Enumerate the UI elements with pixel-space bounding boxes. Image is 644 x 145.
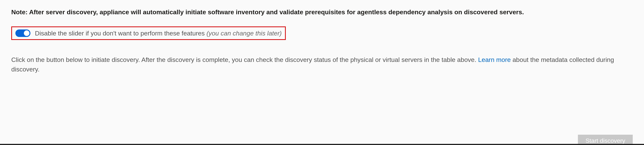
start-discovery-button[interactable]: Start discovery xyxy=(578,135,633,145)
bottom-border xyxy=(0,144,644,145)
toggle-label: Disable the slider if you don't want to … xyxy=(35,29,282,37)
body-pre-text: Click on the button below to initiate di… xyxy=(11,56,478,63)
toggle-knob-icon xyxy=(24,30,30,36)
learn-more-link[interactable]: Learn more xyxy=(478,56,511,63)
toggle-label-hint: (you can change this later) xyxy=(206,30,282,37)
note-text: Note: After server discovery, appliance … xyxy=(11,7,633,17)
toggle-row-highlight: Disable the slider if you don't want to … xyxy=(11,26,286,40)
discovery-instructions: Click on the button below to initiate di… xyxy=(11,55,633,74)
toggle-label-text: Disable the slider if you don't want to … xyxy=(35,30,206,37)
features-toggle[interactable] xyxy=(16,29,30,37)
button-bar: Start discovery xyxy=(578,135,633,145)
